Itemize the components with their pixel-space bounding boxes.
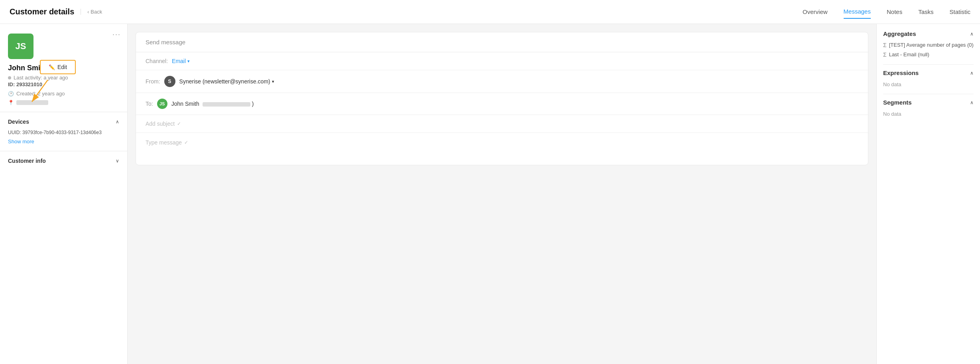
subject-pencil-icon: ✓ [177, 121, 181, 127]
created-row: 🕐 Created: 2 years ago [8, 91, 119, 97]
type-message-row[interactable]: Type message ✓ [136, 133, 868, 165]
segments-title: Segments [883, 99, 912, 106]
edit-label: Edit [57, 64, 67, 70]
aggregates-section: Aggregates ∧ Σ [TEST] Average number of … [883, 30, 974, 58]
main-content: Send message Channel: Email ▾ From: S Sy… [128, 24, 876, 364]
to-label: To: [146, 101, 153, 107]
message-pencil-icon: ✓ [184, 140, 188, 145]
customer-info-title: Customer info [8, 158, 46, 164]
channel-value: Email [172, 58, 186, 64]
from-name: Synerise (newsletter@synerise.com) ▾ [179, 78, 274, 85]
send-message-header: Send message [136, 32, 868, 52]
avatar: JS [8, 34, 33, 59]
from-avatar: S [164, 76, 175, 87]
tab-tasks[interactable]: Tasks [918, 5, 933, 18]
segments-header: Segments ∧ [883, 99, 974, 106]
status-dot [8, 76, 11, 79]
aggregates-title: Aggregates [883, 30, 916, 37]
expressions-chevron-icon[interactable]: ∧ [970, 70, 974, 76]
send-message-label: Send message [146, 39, 185, 46]
from-dropdown-icon[interactable]: ▾ [272, 79, 274, 84]
channel-dropdown-icon: ▾ [187, 59, 190, 64]
devices-chevron-icon[interactable]: ∧ [116, 119, 119, 125]
uuid-text: UUID: 39793fce-7b90-4033-9317-13d406e3 [8, 130, 119, 135]
tab-notes[interactable]: Notes [887, 5, 902, 18]
from-row: From: S Synerise (newsletter@synerise.co… [136, 70, 868, 93]
aggregate-label-1: Last - Email (null) [889, 51, 929, 57]
sidebar: ··· JS ✏️ Edit John Smith [0, 24, 128, 364]
pencil-icon: ✏️ [49, 64, 55, 70]
customer-info-section: Customer info ∨ [0, 151, 127, 170]
header: Customer details ‹ Back Overview Message… [0, 0, 980, 24]
edit-button-wrapper: ✏️ Edit [40, 60, 76, 74]
location-icon: 📍 [8, 100, 14, 105]
add-subject-row[interactable]: Add subject ✓ [136, 115, 868, 133]
right-panel: Aggregates ∧ Σ [TEST] Average number of … [876, 24, 980, 364]
tab-messages[interactable]: Messages [844, 5, 871, 19]
channel-row: Channel: Email ▾ [136, 52, 868, 70]
to-row: To: JS John Smith ) [136, 93, 868, 115]
location-value [16, 100, 48, 105]
to-name: John Smith ) [171, 101, 254, 107]
expressions-header: Expressions ∧ [883, 69, 974, 76]
last-activity: Last activity: a year ago [8, 75, 119, 81]
devices-section-header: Devices ∧ [8, 119, 119, 125]
type-message-field[interactable]: Type message ✓ [146, 139, 188, 146]
customer-info-header: Customer info ∨ [8, 158, 119, 164]
page-title: Customer details [10, 7, 74, 16]
sigma-icon-1: Σ [883, 51, 887, 58]
aggregate-item-1: Σ Last - Email (null) [883, 51, 974, 58]
show-more-button[interactable]: Show more [8, 138, 34, 144]
divider-1 [883, 64, 974, 65]
devices-section-title: Devices [8, 119, 29, 125]
segments-section: Segments ∧ No data [883, 99, 974, 117]
back-button[interactable]: ‹ Back [81, 9, 102, 15]
nav-tabs: Overview Messages Notes Tasks Statistic [803, 5, 970, 19]
aggregate-item-0: Σ [TEST] Average number of pages (0) [883, 42, 974, 48]
divider-2 [883, 94, 974, 94]
tab-statistic[interactable]: Statistic [949, 5, 970, 18]
back-label: Back [91, 9, 102, 15]
channel-label: Channel: [146, 58, 168, 64]
back-arrow-icon: ‹ [87, 9, 89, 15]
aggregates-chevron-icon[interactable]: ∧ [970, 31, 974, 37]
aggregate-label-0: [TEST] Average number of pages (0) [889, 42, 974, 48]
message-panel: Send message Channel: Email ▾ From: S Sy… [136, 32, 868, 165]
aggregates-header: Aggregates ∧ [883, 30, 974, 37]
customer-id: ID: 293321010 [8, 81, 119, 87]
tab-overview[interactable]: Overview [803, 5, 828, 18]
location-row: 📍 [8, 100, 119, 105]
expressions-title: Expressions [883, 69, 919, 76]
customer-card: ··· JS ✏️ Edit John Smith [0, 24, 127, 112]
segments-no-data: No data [883, 111, 901, 117]
edit-button[interactable]: ✏️ Edit [40, 60, 76, 74]
layout: ··· JS ✏️ Edit John Smith [0, 24, 980, 364]
channel-select[interactable]: Email ▾ [172, 58, 190, 64]
clock-icon: 🕐 [8, 91, 14, 97]
to-email-blurred [203, 101, 250, 107]
expressions-section: Expressions ∧ No data [883, 69, 974, 87]
more-options-button[interactable]: ··· [112, 30, 121, 39]
segments-chevron-icon[interactable]: ∧ [970, 100, 974, 105]
sigma-icon-0: Σ [883, 42, 887, 48]
from-label: From: [146, 78, 160, 85]
add-subject-field[interactable]: Add subject ✓ [146, 121, 181, 127]
expressions-no-data: No data [883, 81, 901, 87]
devices-section: Devices ∧ UUID: 39793fce-7b90-4033-9317-… [0, 112, 127, 151]
to-avatar: JS [157, 99, 167, 109]
customer-info-chevron-icon[interactable]: ∨ [116, 158, 119, 164]
